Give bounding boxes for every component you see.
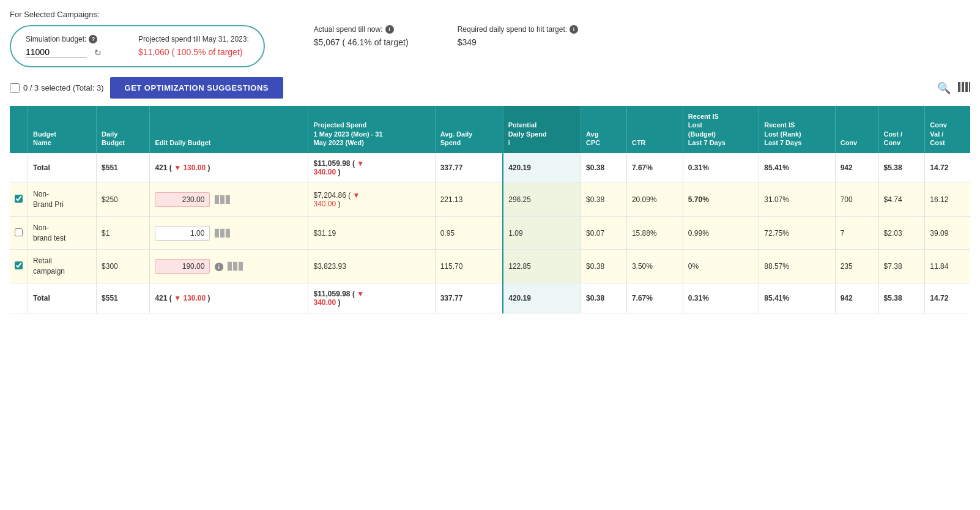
svg-rect-2 [965,82,968,92]
total-is-budget: 0.31% [683,153,759,183]
row1-bar-icon[interactable]: ▊▊▊ [215,195,231,204]
simulation-info-icon[interactable]: ? [89,35,97,43]
search-button[interactable]: 🔍 [937,81,951,95]
btotal-avg-daily: 337.77 [435,283,503,313]
row3-potential-daily: 122.85 [503,250,581,283]
col-header-avg-cpc: AvgCPC [581,106,627,153]
row1-daily-budget: $250 [97,183,150,217]
btotal-cost-conv: $5.38 [878,283,925,313]
simulation-input[interactable] [26,47,87,58]
total-projected: $11,059.98 ( ▼340.00 ) [308,153,435,183]
btotal-is-budget: 0.31% [683,283,759,313]
actions-row: 0 / 3 selected (Total: 3) GET OPTIMIZATI… [10,77,970,99]
total-daily-budget: $551 [97,153,150,183]
col-header-daily-budget: DailyBudget [97,106,150,153]
row2-edit-budget[interactable]: 1.00 ▊▊▊ [150,216,308,250]
simulation-label: Simulation budget: ? [26,35,102,43]
svg-rect-0 [958,82,960,92]
row3-daily-budget: $300 [97,250,150,283]
projected-spend-section: Projected spend till May 31, 2023: $11,0… [138,35,249,57]
row3-ctr: 3.50% [626,250,683,283]
row1-cost-conv: $4.74 [878,183,925,217]
actual-spend-section: Actual spend till now: i $5,067 ( 46.1% … [314,25,409,47]
projected-label: Projected spend till May 31, 2023: [138,35,249,43]
col-header-projected-spend: Projected Spend1 May 2023 (Mon) - 31May … [308,106,435,153]
total-checkbox-cell [10,153,28,183]
total-row-bottom: Total $551 421 ( ▼ 130.00 ) $11,059.98 (… [10,283,970,313]
total-avg-daily: 337.77 [435,153,503,183]
col-header-cost-conv: Cost /Conv [878,106,925,153]
total-edit-budget: 421 ( ▼ 130.00 ) [150,153,308,183]
row3-checkbox-cell[interactable] [10,250,28,283]
col-header-budget-name: BudgetName [28,106,97,153]
row1-checkbox-cell[interactable] [10,183,28,217]
table-row: Non-brand test $1 1.00 ▊▊▊ $31.19 0.95 1… [10,216,970,250]
row3-projected: $3,823.93 [308,250,435,283]
btotal-conv: 942 [835,283,878,313]
total-is-rank: 85.41% [759,153,835,183]
main-table: BudgetName DailyBudget Edit Daily Budget… [10,106,970,313]
btotal-daily-budget: $551 [97,283,150,313]
col-header-avg-daily: Avg. DailySpend [435,106,503,153]
row1-edit-input: 230.00 [155,192,210,207]
row3-checkbox[interactable] [15,261,23,269]
row2-daily-budget: $1 [97,216,150,250]
required-label: Required daily spend to hit target: i [458,25,578,34]
total-cost-conv: $5.38 [878,153,925,183]
row3-cost-conv: $7.38 [878,250,925,283]
actions-right: 🔍 [937,81,970,95]
actual-info-icon[interactable]: i [385,25,394,34]
row2-checkbox[interactable] [15,228,23,236]
actual-label: Actual spend till now: i [314,25,409,34]
refresh-icon[interactable]: ↻ [94,48,102,58]
columns-button[interactable] [958,82,970,94]
required-value: $349 [458,37,578,47]
row2-is-budget: 0.99% [683,216,759,250]
row2-checkbox-cell[interactable] [10,216,28,250]
total-conv: 942 [835,153,878,183]
for-selected-label: For Selected Campaigns: [10,10,970,19]
get-suggestions-button[interactable]: GET OPTIMIZATION SUGGESTIONS [110,77,284,99]
col-header-recent-is-budget: Recent ISLost(Budget)Last 7 Days [683,106,759,153]
select-all-wrapper[interactable]: 0 / 3 selected (Total: 3) [10,83,104,93]
row3-name: Retailcampaign [28,250,97,283]
btotal-conv-val: 14.72 [925,283,970,313]
row1-conv: 700 [835,183,878,217]
btotal-avg-cpc: $0.38 [581,283,627,313]
row2-cost-conv: $2.03 [878,216,925,250]
row3-conv-val: 11.84 [925,250,970,283]
col-header-edit-budget: Edit Daily Budget [150,106,308,153]
row1-edit-budget[interactable]: 230.00 ▊▊▊ [150,183,308,217]
row1-projected: $7,204.86 ( ▼340.00 ) [308,183,435,217]
required-info-icon[interactable]: i [570,25,578,34]
row2-avg-daily: 0.95 [435,216,503,250]
selected-label: 0 / 3 selected (Total: 3) [23,83,104,92]
row3-bar-icon[interactable]: ▊▊▊ [228,262,244,271]
row3-avg-cpc: $0.38 [581,250,627,283]
col-header-conv: Conv [835,106,878,153]
svg-rect-3 [969,82,970,92]
total-name: Total [28,153,97,183]
actual-value: $5,067 ( 46.1% of target) [314,37,409,47]
row3-edit-budget[interactable]: 190.00 i ▊▊▊ [150,250,308,283]
btotal-name: Total [28,283,97,313]
total-row-top: Total $551 421 ( ▼ 130.00 ) $11,059.98 (… [10,153,970,183]
row3-info-icon[interactable]: i [215,263,223,271]
row3-avg-daily: 115.70 [435,250,503,283]
row2-name: Non-brand test [28,216,97,250]
projected-value: $11,060 ( 100.5% of target) [138,47,249,57]
btotal-projected: $11,059.98 ( ▼340.00 ) [308,283,435,313]
table-header-row: BudgetName DailyBudget Edit Daily Budget… [10,106,970,153]
row3-conv: 235 [835,250,878,283]
row1-name: Non-Brand Pri [28,183,97,217]
row2-edit-input: 1.00 [155,226,210,241]
row2-ctr: 15.88% [626,216,683,250]
row1-is-budget: 5.70% [683,183,759,217]
btotal-edit-budget: 421 ( ▼ 130.00 ) [150,283,308,313]
select-all-checkbox[interactable] [10,83,20,93]
row2-bar-icon[interactable]: ▊▊▊ [215,229,231,238]
row3-is-rank: 88.57% [759,250,835,283]
row1-checkbox[interactable] [15,195,23,203]
row2-potential-daily: 1.09 [503,216,581,250]
row1-avg-cpc: $0.38 [581,183,627,217]
